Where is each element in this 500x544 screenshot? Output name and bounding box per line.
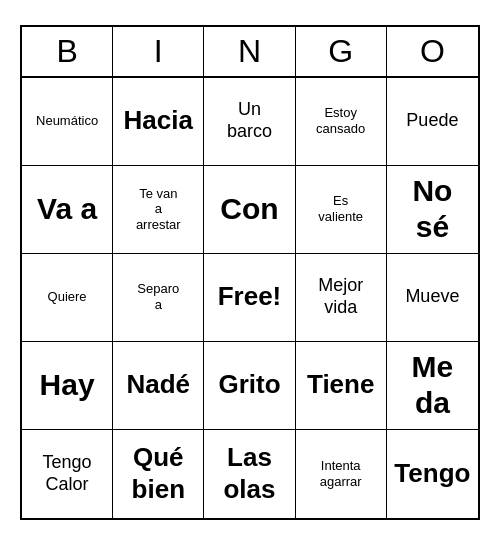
cell-text: Meda — [412, 349, 454, 421]
cell-text: Mejorvida — [318, 275, 363, 318]
header-letter: O — [387, 27, 478, 76]
bingo-grid: NeumáticoHaciaUnbarcoEstoycansadoPuedeVa… — [22, 78, 478, 518]
bingo-cell[interactable]: Esvaliente — [296, 166, 387, 254]
cell-text: Puede — [406, 110, 458, 132]
bingo-cell[interactable]: Neumático — [22, 78, 113, 166]
cell-text: Estoycansado — [316, 105, 365, 136]
bingo-cell[interactable]: Nadé — [113, 342, 204, 430]
cell-text: Hay — [40, 367, 95, 403]
cell-text: Esvaliente — [318, 193, 363, 224]
bingo-header: BINGO — [22, 27, 478, 78]
bingo-cell[interactable]: Puede — [387, 78, 478, 166]
cell-text: Intentaagarrar — [320, 458, 362, 489]
bingo-cell[interactable]: TengoCalor — [22, 430, 113, 518]
header-letter: B — [22, 27, 113, 76]
bingo-cell[interactable]: Hay — [22, 342, 113, 430]
bingo-cell[interactable]: Unbarco — [204, 78, 295, 166]
bingo-cell[interactable]: Meda — [387, 342, 478, 430]
header-letter: I — [113, 27, 204, 76]
header-letter: G — [296, 27, 387, 76]
header-letter: N — [204, 27, 295, 76]
cell-text: Va a — [37, 191, 97, 227]
cell-text: Lasolas — [223, 442, 275, 504]
bingo-cell[interactable]: Grito — [204, 342, 295, 430]
bingo-cell[interactable]: Tiene — [296, 342, 387, 430]
cell-text: Quiere — [48, 289, 87, 305]
bingo-cell[interactable]: Hacia — [113, 78, 204, 166]
cell-text: Con — [220, 191, 278, 227]
bingo-card: BINGO NeumáticoHaciaUnbarcoEstoycansadoP… — [20, 25, 480, 520]
bingo-cell[interactable]: Va a — [22, 166, 113, 254]
bingo-cell[interactable]: Te vanaarrestar — [113, 166, 204, 254]
bingo-cell[interactable]: Nosé — [387, 166, 478, 254]
cell-text: Nosé — [412, 173, 452, 245]
cell-text: Neumático — [36, 113, 98, 129]
cell-text: TengoCalor — [43, 452, 92, 495]
bingo-cell[interactable]: Con — [204, 166, 295, 254]
cell-text: Hacia — [124, 105, 193, 136]
bingo-cell[interactable]: Separoa — [113, 254, 204, 342]
cell-text: Free! — [218, 281, 282, 312]
cell-text: Tiene — [307, 369, 374, 400]
bingo-cell[interactable]: Intentaagarrar — [296, 430, 387, 518]
cell-text: Nadé — [127, 369, 191, 400]
cell-text: Québien — [132, 442, 185, 504]
bingo-cell[interactable]: Mueve — [387, 254, 478, 342]
bingo-cell[interactable]: Quiere — [22, 254, 113, 342]
bingo-cell[interactable]: Tengo — [387, 430, 478, 518]
bingo-cell[interactable]: Free! — [204, 254, 295, 342]
cell-text: Tengo — [394, 458, 470, 489]
cell-text: Separoa — [137, 281, 179, 312]
cell-text: Mueve — [405, 286, 459, 308]
bingo-cell[interactable]: Estoycansado — [296, 78, 387, 166]
cell-text: Unbarco — [227, 99, 272, 142]
cell-text: Grito — [218, 369, 280, 400]
bingo-cell[interactable]: Québien — [113, 430, 204, 518]
bingo-cell[interactable]: Lasolas — [204, 430, 295, 518]
cell-text: Te vanaarrestar — [136, 186, 181, 233]
bingo-cell[interactable]: Mejorvida — [296, 254, 387, 342]
